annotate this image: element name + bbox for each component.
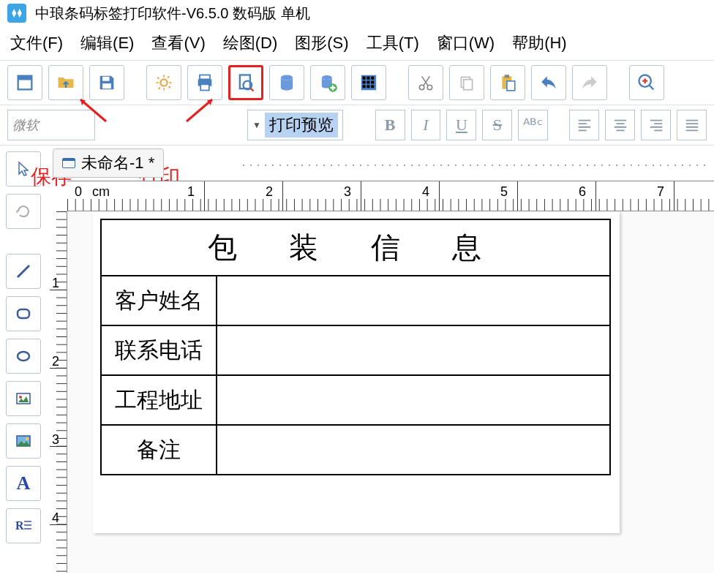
menu-window[interactable]: 窗口(W) xyxy=(437,32,495,54)
zoom-in-button[interactable] xyxy=(629,65,664,100)
table-row: 备注 xyxy=(101,425,610,475)
align-right-button[interactable] xyxy=(641,110,671,140)
svg-rect-18 xyxy=(505,75,510,78)
svg-rect-5 xyxy=(200,75,210,80)
main-toolbar xyxy=(0,61,714,105)
app-title: 中琅条码标签打印软件-V6.5.0 数码版 单机 xyxy=(35,4,310,23)
svg-rect-22 xyxy=(18,309,29,318)
format-toolbar: ▼ 打印预览 B I U S ᴬᴮᶜ xyxy=(0,105,714,146)
richtext-tool[interactable]: R xyxy=(6,508,41,543)
undo-button[interactable] xyxy=(531,65,566,100)
app-icon xyxy=(7,4,26,23)
window-icon xyxy=(62,158,75,168)
svg-rect-2 xyxy=(102,77,109,81)
label-sheet[interactable]: 包 装 信 息 客户姓名 联系电话 工程地址 备注 xyxy=(93,211,620,533)
dropdown-arrow-icon: ▼ xyxy=(252,120,261,130)
row-value[interactable] xyxy=(217,325,610,375)
svg-line-21 xyxy=(18,265,29,277)
paste-button[interactable] xyxy=(490,65,525,100)
svg-point-27 xyxy=(26,437,29,440)
rotate-tool[interactable] xyxy=(6,194,41,229)
settings-button[interactable] xyxy=(146,65,181,100)
menu-help[interactable]: 帮助(H) xyxy=(512,32,567,54)
open-button[interactable] xyxy=(48,65,83,100)
cut-button[interactable] xyxy=(408,65,443,100)
titlebar: 中琅条码标签打印软件-V6.5.0 数码版 单机 xyxy=(0,0,714,26)
design-canvas[interactable]: 包 装 信 息 客户姓名 联系电话 工程地址 备注 xyxy=(67,211,714,573)
document-tab[interactable]: 未命名-1 * xyxy=(53,148,164,178)
svg-point-4 xyxy=(160,79,167,86)
row-value[interactable] xyxy=(217,375,610,425)
svg-rect-16 xyxy=(464,80,473,90)
preview-chip: 打印预览 xyxy=(265,113,338,137)
menu-tool[interactable]: 工具(T) xyxy=(367,32,419,54)
image-tool[interactable] xyxy=(6,381,41,416)
label-title[interactable]: 包 装 信 息 xyxy=(101,219,610,276)
bold-button[interactable]: B xyxy=(375,110,405,140)
svg-text:R: R xyxy=(15,519,24,532)
superscript-button[interactable]: ᴬᴮᶜ xyxy=(518,110,548,140)
label-table[interactable]: 包 装 信 息 客户姓名 联系电话 工程地址 备注 xyxy=(100,219,611,475)
svg-rect-19 xyxy=(507,81,515,91)
row-value[interactable] xyxy=(217,425,610,475)
copy-button[interactable] xyxy=(449,65,484,100)
row-value[interactable] xyxy=(217,276,610,325)
menu-draw[interactable]: 绘图(D) xyxy=(223,32,278,54)
svg-rect-7 xyxy=(200,84,209,90)
align-justify-button[interactable] xyxy=(677,110,707,140)
table-row: 客户姓名 xyxy=(101,276,610,325)
redo-button[interactable] xyxy=(572,65,607,100)
menu-edit[interactable]: 编辑(E) xyxy=(80,32,134,54)
database-button[interactable] xyxy=(269,65,304,100)
row-label[interactable]: 备注 xyxy=(101,425,217,475)
svg-point-10 xyxy=(281,75,293,80)
row-label[interactable]: 联系电话 xyxy=(101,325,217,375)
svg-point-23 xyxy=(18,352,29,361)
vertical-ruler[interactable]: 12345 xyxy=(50,211,67,573)
row-label[interactable]: 客户姓名 xyxy=(101,276,217,325)
grid-button[interactable] xyxy=(351,65,386,100)
italic-button[interactable]: I xyxy=(411,110,441,140)
align-center-button[interactable] xyxy=(605,110,635,140)
menu-file[interactable]: 文件(F) xyxy=(10,32,63,54)
horizontal-ruler[interactable]: 0 cm 1234567 xyxy=(67,181,714,211)
save-button[interactable] xyxy=(89,65,124,100)
menu-shape[interactable]: 图形(S) xyxy=(295,32,348,54)
underline-button[interactable]: U xyxy=(446,110,476,140)
table-row: 联系电话 xyxy=(101,325,610,375)
strikethrough-button[interactable]: S xyxy=(482,110,512,140)
tool-sidebar: A R xyxy=(0,146,50,573)
ellipse-tool[interactable] xyxy=(6,339,41,374)
menubar: 文件(F) 编辑(E) 查看(V) 绘图(D) 图形(S) 工具(T) 窗口(W… xyxy=(0,26,714,61)
svg-point-11 xyxy=(322,75,332,80)
picture-tool[interactable] xyxy=(6,423,41,459)
workarea: A R 未命名-1 * 0 cm 1234567 12345 包 装 信 息 客… xyxy=(0,146,714,573)
tab-strip-dots xyxy=(240,162,707,172)
canvas-area: 未命名-1 * 0 cm 1234567 12345 包 装 信 息 客户姓名 … xyxy=(50,146,714,573)
print-button[interactable] xyxy=(187,65,222,100)
print-preview-button[interactable] xyxy=(228,65,263,100)
database-add-button[interactable] xyxy=(310,65,345,100)
document-tab-label: 未命名-1 * xyxy=(81,152,154,174)
new-button[interactable] xyxy=(7,65,42,100)
line-tool[interactable] xyxy=(6,254,41,289)
rounded-rect-tool[interactable] xyxy=(6,296,41,331)
align-left-button[interactable] xyxy=(569,110,599,140)
table-row: 工程地址 xyxy=(101,375,610,425)
svg-rect-3 xyxy=(102,83,111,88)
font-select[interactable] xyxy=(7,110,95,140)
row-label[interactable]: 工程地址 xyxy=(101,375,217,425)
text-tool[interactable]: A xyxy=(6,466,41,501)
svg-rect-1 xyxy=(18,76,32,80)
menu-view[interactable]: 查看(V) xyxy=(151,32,205,54)
svg-point-25 xyxy=(19,396,22,399)
size-select[interactable]: ▼ 打印预览 xyxy=(247,110,343,140)
